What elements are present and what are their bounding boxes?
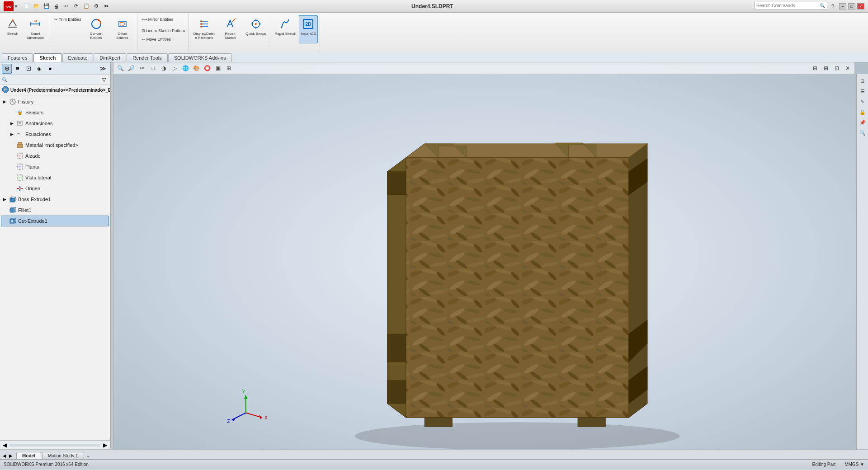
help-button[interactable]: ? bbox=[828, 2, 837, 11]
previous-view-button[interactable]: ✂ bbox=[137, 63, 147, 73]
sketch-group-label bbox=[4, 50, 48, 51]
appearances-button[interactable]: ☰ bbox=[858, 86, 868, 96]
bottom-tab-model[interactable]: Model bbox=[16, 452, 41, 459]
display-pane-button[interactable]: ⊞ bbox=[224, 63, 234, 73]
config-manager-icon[interactable]: ⊡ bbox=[24, 64, 33, 74]
smart-dimension-button[interactable]: 14 Smart Dimension bbox=[23, 15, 48, 43]
display-manager-icon[interactable]: ● bbox=[45, 64, 55, 74]
zoom-to-fit-button[interactable]: 🔍 bbox=[115, 63, 125, 73]
scroll-right-arrow[interactable]: ▶ bbox=[102, 441, 108, 449]
status-text: SOLIDWORKS Premium 2016 x64 Edition bbox=[4, 462, 89, 467]
scenes-button[interactable]: ⭕ bbox=[202, 63, 212, 73]
tab-sketch[interactable]: Sketch bbox=[33, 53, 61, 62]
quick-snaps-label: Quick Snaps bbox=[245, 32, 266, 36]
file-props-button[interactable]: 📋 bbox=[82, 2, 91, 11]
restore-button[interactable]: □ bbox=[848, 3, 855, 9]
tree-item-history[interactable]: ▶ History bbox=[1, 96, 109, 107]
svg-text:2D: 2D bbox=[306, 22, 311, 27]
collapse-panel-icon[interactable]: ≫ bbox=[98, 64, 108, 74]
tree-item-fillet1[interactable]: Fillet1 bbox=[1, 205, 109, 216]
scroll-left-arrow[interactable]: ◀ bbox=[2, 441, 8, 449]
tab-evaluate[interactable]: Evaluate bbox=[62, 53, 94, 62]
quick-snaps-button[interactable]: Quick Snaps bbox=[244, 15, 268, 43]
convert-entities-button[interactable]: Convert Entities bbox=[84, 15, 109, 43]
zoom-area-button[interactable]: 🔎 bbox=[126, 63, 136, 73]
svg-point-48 bbox=[19, 188, 21, 189]
section-view-button[interactable]: ◑ bbox=[159, 63, 169, 73]
move-entities-button[interactable]: ↔ Move Entities bbox=[140, 35, 187, 43]
save-button[interactable]: 💾 bbox=[42, 2, 51, 11]
dim-xpert-manager-icon[interactable]: ◈ bbox=[34, 64, 44, 74]
tree-item-planta[interactable]: Planta bbox=[8, 161, 109, 172]
display-delete-relations-button[interactable]: Display/Delete Relations bbox=[191, 15, 217, 43]
options-button[interactable]: ⚙ bbox=[92, 2, 101, 11]
tree-item-material[interactable]: Material <not specified> bbox=[8, 140, 109, 150]
hide-show-button[interactable]: 🌐 bbox=[180, 63, 190, 73]
tree-item-ecuaciones[interactable]: ▶ = Ecuaciones bbox=[8, 129, 109, 140]
filter-button[interactable]: ▽ bbox=[100, 76, 108, 84]
new-button[interactable]: 📄 bbox=[22, 2, 31, 11]
solidworks-resources-button[interactable]: 🔒 bbox=[858, 107, 868, 117]
tree-item-alzado[interactable]: Alzado bbox=[8, 150, 109, 161]
mirror-entities-button[interactable]: ⟺ Mirror Entities bbox=[140, 15, 187, 24]
tab-features[interactable]: Features bbox=[2, 53, 33, 62]
viewport[interactable]: 🔍 🔎 ✂ □ ◑ ▷ 🌐 🎨 ⭕ ▣ ⊞ ⊟ ⊞ ⊡ ✕ bbox=[113, 62, 868, 449]
feature-tree-icon[interactable]: ⊕ bbox=[2, 64, 12, 74]
property-manager-icon[interactable]: ≡ bbox=[13, 64, 23, 74]
svg-marker-75 bbox=[387, 172, 406, 195]
tab-render-tools[interactable]: Render Tools bbox=[127, 53, 168, 62]
tree-item-origen[interactable]: Origen bbox=[8, 183, 109, 194]
tree-item-boss-extrude1[interactable]: ▶ Boss-Extrude1 bbox=[1, 194, 109, 205]
tab-solidworks-addins[interactable]: SOLIDWORKS Add-Ins bbox=[168, 53, 232, 62]
view-split-v-button[interactable]: ⊞ bbox=[821, 63, 831, 73]
tree-item-cut-extrude1[interactable]: Cut-Extrude1 bbox=[1, 216, 109, 226]
search-bar[interactable]: 🔍 bbox=[754, 2, 827, 10]
rapid-sketch-label: Rapid Sketch bbox=[275, 32, 297, 36]
edit-appearance-button[interactable]: 🎨 bbox=[191, 63, 201, 73]
bottom-tab-motion-study[interactable]: Motion Study 1 bbox=[42, 452, 84, 459]
repair-sketch-button[interactable]: Repair Sketch bbox=[217, 15, 243, 43]
rebuild-button[interactable]: ⟳ bbox=[72, 2, 81, 11]
view-orientation-button[interactable]: □ bbox=[148, 63, 158, 73]
view-max-button[interactable]: ⊡ bbox=[832, 63, 842, 73]
tab-dimxpert[interactable]: DimXpert bbox=[94, 53, 126, 62]
search-input[interactable] bbox=[756, 3, 820, 8]
customize-button[interactable]: ≫ bbox=[102, 2, 111, 11]
search-icon[interactable]: 🔍 bbox=[820, 3, 825, 8]
file-explorer-button[interactable]: 🔍 bbox=[858, 128, 868, 138]
open-button[interactable]: 📂 bbox=[32, 2, 41, 11]
design-library-button[interactable]: 📌 bbox=[858, 118, 868, 127]
instant2d-button[interactable]: 2D Instant2D bbox=[299, 15, 318, 43]
svg-rect-10 bbox=[121, 23, 124, 25]
tree-item-vista-lateral[interactable]: Vista lateral bbox=[8, 172, 109, 183]
menu-arrow[interactable]: ▼ bbox=[14, 4, 19, 9]
feature-tree: ▶ History Sensors ▶ Anotaciones bbox=[0, 95, 110, 440]
view-settings-button[interactable]: ▣ bbox=[213, 63, 223, 73]
undo-button[interactable]: ↩ bbox=[62, 2, 71, 11]
horizontal-scrollbar[interactable] bbox=[9, 444, 100, 446]
close-button[interactable]: × bbox=[857, 3, 864, 9]
svg-marker-76 bbox=[387, 334, 406, 362]
trim-entities-button[interactable]: ✂ Trim Entities bbox=[53, 15, 83, 24]
tree-item-anotaciones[interactable]: ▶ Anotaciones bbox=[8, 118, 109, 129]
tree-item-sensors[interactable]: Sensors bbox=[8, 107, 109, 118]
material-label: Material <not specified> bbox=[25, 142, 78, 148]
bottom-scroll-right[interactable]: ▶ bbox=[8, 452, 14, 459]
linear-sketch-button[interactable]: ⊞ Linear Sketch Pattern bbox=[140, 27, 187, 35]
tasks-pane-button[interactable]: ⊡ bbox=[858, 76, 868, 86]
display-style-button[interactable]: ▷ bbox=[170, 63, 179, 73]
sketch-button[interactable]: Sketch bbox=[4, 15, 22, 43]
rapid-sketch-button[interactable]: Rapid Sketch bbox=[273, 15, 298, 43]
offset-entities-button[interactable]: Offset Entities bbox=[110, 15, 135, 43]
ecuaciones-icon: = bbox=[16, 130, 24, 138]
add-motion-study-button[interactable]: + bbox=[87, 454, 90, 459]
quick-access-toolbar: 📄 📂 💾 🖨 ↩ ⟳ 📋 ⚙ ≫ bbox=[22, 2, 111, 11]
view-split-h-button[interactable]: ⊟ bbox=[810, 63, 820, 73]
bottom-scroll-left[interactable]: ◀ bbox=[2, 452, 7, 459]
root-item[interactable]: P Under4 (Predeterminado<<Predeterminado… bbox=[0, 85, 110, 95]
view-close-button[interactable]: ✕ bbox=[843, 63, 853, 73]
print-button[interactable]: 🖨 bbox=[52, 2, 61, 11]
custom-properties-button[interactable]: ✎ bbox=[858, 97, 868, 107]
minimize-button[interactable]: − bbox=[839, 3, 846, 9]
linear-sketch-icon: ⊞ bbox=[142, 28, 145, 33]
